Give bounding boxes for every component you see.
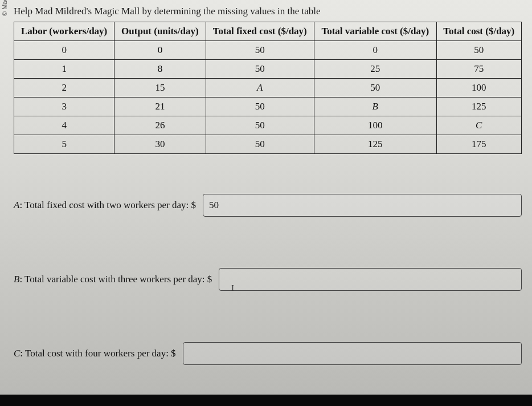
table-body: 0 0 50 0 50 1 8 50 25 75 2 15 A 50 100 xyxy=(14,41,522,154)
cell: 50 xyxy=(206,98,314,116)
cell-variable-a: A xyxy=(206,79,314,98)
sidebar-copyright: © Macmillan xyxy=(1,0,8,16)
bottom-bar xyxy=(0,395,532,406)
cell: 125 xyxy=(436,98,521,116)
cell: 0 xyxy=(14,41,114,60)
cell: 8 xyxy=(114,60,206,79)
cell-variable-c: C xyxy=(436,116,521,135)
table-header-row: Labor (workers/day) Output (units/day) T… xyxy=(14,22,522,41)
cost-table: Labor (workers/day) Output (units/day) T… xyxy=(14,22,522,154)
question-b-text: : Total variable cost with three workers… xyxy=(19,274,212,285)
question-b-row: B: Total variable cost with three worker… xyxy=(14,268,522,291)
cell: 25 xyxy=(314,60,436,79)
cell: 50 xyxy=(436,41,521,60)
question-c-text: : Total cost with four workers per day: … xyxy=(20,348,175,359)
table-row: 0 0 50 0 50 xyxy=(14,41,522,60)
cell: 0 xyxy=(114,41,206,60)
cell: 0 xyxy=(314,41,436,60)
question-b-letter: B xyxy=(14,274,19,285)
cell: 75 xyxy=(436,60,521,79)
cell: 30 xyxy=(114,135,206,154)
questions-section: A: Total fixed cost with two workers per… xyxy=(14,194,522,365)
question-a-label: A: Total fixed cost with two workers per… xyxy=(14,200,196,211)
col-header-tvc: Total variable cost ($/day) xyxy=(314,22,436,41)
answer-input-a[interactable] xyxy=(203,194,522,217)
question-c-label: C: Total cost with four workers per day:… xyxy=(14,348,176,359)
table-row: 4 26 50 100 C xyxy=(14,116,522,135)
question-c-letter: C xyxy=(14,348,20,359)
cell: 50 xyxy=(206,116,314,135)
col-header-tfc: Total fixed cost ($/day) xyxy=(206,22,314,41)
cell: 50 xyxy=(314,79,436,98)
cell: 50 xyxy=(206,41,314,60)
question-a-row: A: Total fixed cost with two workers per… xyxy=(14,194,522,217)
cell: 5 xyxy=(14,135,114,154)
cell: 15 xyxy=(114,79,206,98)
col-header-labor: Labor (workers/day) xyxy=(14,22,114,41)
answer-input-c[interactable] xyxy=(183,342,522,365)
table-row: 1 8 50 25 75 xyxy=(14,60,522,79)
table-row: 3 21 50 B 125 xyxy=(14,98,522,116)
question-b-label: B: Total variable cost with three worker… xyxy=(14,274,212,285)
col-header-tc: Total cost ($/day) xyxy=(436,22,521,41)
answer-b-wrap: I xyxy=(219,268,522,291)
cell: 4 xyxy=(14,116,114,135)
cell: 50 xyxy=(206,135,314,154)
cell-variable-b: B xyxy=(314,98,436,116)
cell: 100 xyxy=(314,116,436,135)
question-c-row: C: Total cost with four workers per day:… xyxy=(14,342,522,365)
cell: 50 xyxy=(206,60,314,79)
question-a-letter: A xyxy=(14,200,19,210)
main-content: Help Mad Mildred's Magic Mall by determi… xyxy=(0,0,532,382)
cell: 2 xyxy=(14,79,114,98)
cell: 100 xyxy=(436,79,521,98)
table-row: 5 30 50 125 175 xyxy=(14,135,522,154)
text-cursor-icon: I xyxy=(231,284,234,293)
cell: 3 xyxy=(14,98,114,116)
cell: 26 xyxy=(114,116,206,135)
cell: 21 xyxy=(114,98,206,116)
instruction-text: Help Mad Mildred's Magic Mall by determi… xyxy=(14,6,522,17)
col-header-output: Output (units/day) xyxy=(114,22,206,41)
cell: 125 xyxy=(314,135,436,154)
cell: 1 xyxy=(14,60,114,79)
answer-input-b[interactable] xyxy=(219,268,522,291)
table-row: 2 15 A 50 100 xyxy=(14,79,522,98)
cell: 175 xyxy=(436,135,521,154)
question-a-text: : Total fixed cost with two workers per … xyxy=(19,200,196,210)
